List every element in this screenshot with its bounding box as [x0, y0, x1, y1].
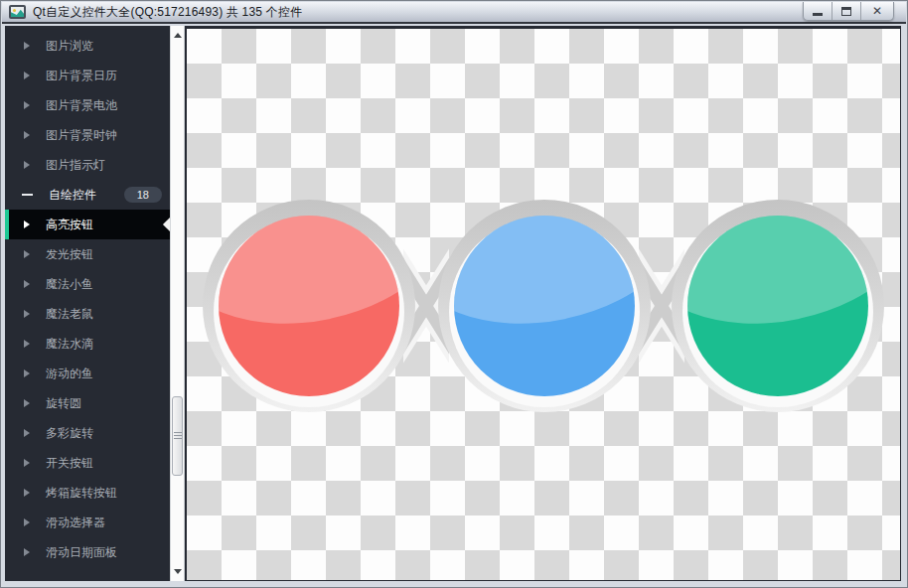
sidebar-item-label: 魔法小鱼: [46, 276, 93, 293]
sidebar-item-image-battery[interactable]: 图片背景电池: [5, 90, 170, 120]
blue-button-face: [454, 216, 635, 396]
sidebar-item-label: 多彩旋转: [46, 425, 93, 442]
sidebar-item-label: 旋转圆: [46, 395, 81, 412]
gloss-highlight: [687, 216, 868, 349]
sidebar-item-magic-mouse[interactable]: 魔法老鼠: [5, 299, 170, 329]
window-controls: ✕: [803, 2, 894, 21]
sidebar-item-switch-button[interactable]: 开关按钮: [5, 448, 170, 478]
sidebar-item-label: 开关按钮: [46, 455, 93, 472]
count-badge: 18: [124, 187, 162, 203]
sidebar-item-label: 图片背景电池: [46, 97, 117, 114]
sidebar-item-image-browser[interactable]: 图片浏览: [5, 31, 170, 61]
blue-highlight-button[interactable]: [438, 200, 651, 412]
expand-arrow-icon: [24, 518, 30, 526]
green-button-face: [687, 216, 868, 396]
selection-diamond-icon: [163, 218, 170, 231]
sidebar-item-oven-knob[interactable]: 烤箱旋转按钮: [5, 478, 170, 508]
content-area: 图片浏览 图片背景日历 图片背景电池 图片背景时钟 图片指示灯 自绘控件: [5, 26, 901, 581]
sidebar-item-label: 魔法老鼠: [46, 306, 93, 323]
sidebar-tree: 图片浏览 图片背景日历 图片背景电池 图片背景时钟 图片指示灯 自绘控件: [5, 26, 170, 581]
sidebar-item-slide-date-panel[interactable]: 滑动日期面板: [5, 537, 170, 567]
expand-arrow-icon: [24, 489, 30, 497]
sidebar-item-label: 发光按钮: [46, 246, 93, 263]
sidebar-item-magic-fish[interactable]: 魔法小鱼: [5, 269, 170, 299]
app-window: Qt自定义控件大全(QQ:517216493) 共 135 个控件 ✕ 图片浏览…: [0, 0, 908, 588]
sidebar-item-image-indicator[interactable]: 图片指示灯: [5, 150, 170, 180]
expand-arrow-icon: [24, 161, 30, 169]
maximize-icon: [841, 7, 851, 16]
red-button-face: [219, 216, 399, 396]
sidebar-item-glow-button[interactable]: 发光按钮: [5, 239, 170, 269]
sidebar-group-custom-widgets[interactable]: 自绘控件 18: [5, 180, 170, 210]
expand-arrow-icon: [24, 399, 30, 407]
red-highlight-button[interactable]: [203, 200, 415, 412]
expand-arrow-icon: [24, 101, 30, 109]
green-highlight-button[interactable]: [672, 200, 884, 412]
selection-accent-bar: [5, 210, 9, 239]
close-icon: ✕: [872, 5, 882, 17]
scroll-down-icon[interactable]: [174, 569, 182, 574]
scrollbar-thumb[interactable]: [172, 396, 183, 476]
sidebar-item-label: 滑动选择器: [46, 514, 105, 531]
sidebar-item-label: 游动的鱼: [46, 366, 93, 382]
sidebar-item-label: 滑动日期面板: [46, 544, 117, 561]
scroll-up-icon[interactable]: [174, 33, 182, 38]
app-icon: [9, 5, 26, 19]
minimize-button[interactable]: [804, 2, 832, 20]
window-title: Qt自定义控件大全(QQ:517216493) 共 135 个控件: [33, 4, 302, 21]
sidebar-item-image-clock[interactable]: 图片背景时钟: [5, 120, 170, 150]
sidebar-item-swimming-fish[interactable]: 游动的鱼: [5, 359, 170, 388]
preview-canvas: [187, 29, 900, 580]
sidebar-item-slide-selector[interactable]: 滑动选择器: [5, 508, 170, 537]
expand-arrow-icon: [24, 548, 30, 556]
expand-arrow-icon: [24, 310, 30, 318]
expand-arrow-icon: [24, 369, 30, 377]
expand-arrow-icon: [24, 459, 30, 467]
gloss-highlight: [454, 216, 635, 349]
expand-arrow-icon: [24, 250, 30, 258]
expand-arrow-icon: [24, 72, 30, 79]
sidebar-item-label: 魔法水滴: [46, 336, 93, 353]
sidebar-item-label: 高亮按钮: [46, 217, 93, 233]
sidebar-item-label: 图片背景日历: [46, 68, 117, 84]
sidebar-item-image-calendar[interactable]: 图片背景日历: [5, 61, 170, 90]
sidebar-item-label: 烤箱旋转按钮: [46, 485, 117, 502]
sidebar-item-colorful-rotate[interactable]: 多彩旋转: [5, 418, 170, 448]
expand-arrow-icon: [24, 220, 30, 228]
title-bar[interactable]: Qt自定义控件大全(QQ:517216493) 共 135 个控件 ✕: [2, 2, 906, 24]
sidebar-item-label: 图片背景时钟: [46, 127, 117, 144]
minimize-icon: [813, 13, 823, 16]
sidebar-scrollbar[interactable]: [170, 26, 185, 581]
collapse-minus-icon: [22, 194, 33, 196]
expand-arrow-icon: [24, 42, 30, 50]
sidebar-item-label: 图片浏览: [46, 38, 93, 55]
sidebar-item-highlight-button[interactable]: 高亮按钮: [5, 210, 170, 239]
sidebar-item-magic-drop[interactable]: 魔法水滴: [5, 329, 170, 359]
sidebar-group-label: 自绘控件: [49, 187, 96, 204]
maximize-button[interactable]: [832, 2, 861, 20]
sidebar-item-rotating-circle[interactable]: 旋转圆: [5, 388, 170, 418]
expand-arrow-icon: [24, 131, 30, 139]
sidebar-item-label: 图片指示灯: [46, 157, 105, 174]
picture-icon-sun: [13, 9, 16, 12]
gloss-highlight: [219, 216, 399, 349]
close-button[interactable]: ✕: [861, 2, 893, 20]
expand-arrow-icon: [24, 280, 30, 288]
expand-arrow-icon: [24, 429, 30, 437]
expand-arrow-icon: [24, 340, 30, 348]
thumb-grip-icon: [174, 432, 182, 440]
